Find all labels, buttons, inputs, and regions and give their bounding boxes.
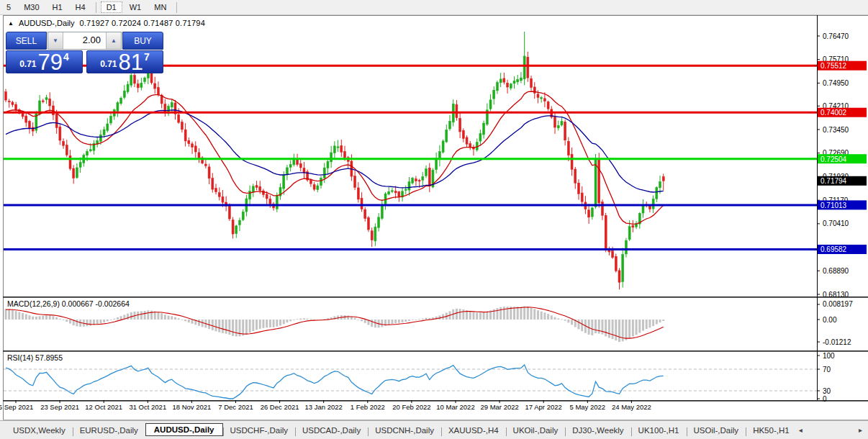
timeframe-m5[interactable]: 5 xyxy=(1,1,17,13)
svg-text:0.70410: 0.70410 xyxy=(823,220,849,227)
chart-title-row: ▲ AUDUSD-,Daily 0.71927 0.72024 0.71487 … xyxy=(8,19,205,27)
tab-usdchf-daily[interactable]: USDCHF-,Daily xyxy=(223,424,296,437)
svg-text:13 Jan 2022: 13 Jan 2022 xyxy=(305,403,343,411)
sell-quote-box[interactable]: 0.71 79 4 xyxy=(6,50,83,73)
tab-audusd-daily[interactable]: AUDUSD-,Daily xyxy=(145,423,223,436)
svg-text:0.72504: 0.72504 xyxy=(820,155,847,163)
svg-text:1 Feb 2022: 1 Feb 2022 xyxy=(351,403,385,411)
svg-text:0.73450: 0.73450 xyxy=(823,126,849,134)
svg-text:12 Oct 2021: 12 Oct 2021 xyxy=(85,403,122,411)
svg-text:100: 100 xyxy=(823,352,835,360)
svg-text:0.69582: 0.69582 xyxy=(820,245,847,253)
svg-text:26 Dec 2021: 26 Dec 2021 xyxy=(261,403,299,411)
svg-text:0.74002: 0.74002 xyxy=(820,109,847,117)
tab-usdx-weekly[interactable]: USDX,Weekly xyxy=(6,424,73,437)
sell-button[interactable]: SELL xyxy=(6,32,47,50)
tab-ukoil-daily[interactable]: UKOil-,Daily xyxy=(506,424,566,437)
tabs-scroll-left-icon[interactable]: ◂ xyxy=(797,426,805,434)
svg-text:5 Sep 2021: 5 Sep 2021 xyxy=(0,403,33,411)
svg-text:-0.01212: -0.01212 xyxy=(823,338,851,346)
rsi-indicator-label: RSI(14) 57.8955 xyxy=(7,353,63,362)
timeframe-h4[interactable]: H4 xyxy=(70,1,91,13)
tab-eurusd-daily[interactable]: EURUSD-,Daily xyxy=(73,424,145,437)
tab-usoil-daily[interactable]: USOil-,Daily xyxy=(687,424,746,437)
svg-text:10 Mar 2022: 10 Mar 2022 xyxy=(436,403,474,411)
sell-price-prefix: 0.71 xyxy=(19,59,36,69)
chart-ohlc-values: 0.71927 0.72024 0.71487 0.71794 xyxy=(80,19,205,27)
svg-text:0.71013: 0.71013 xyxy=(820,202,847,209)
svg-text:18 Nov 2021: 18 Nov 2021 xyxy=(172,403,211,411)
tabs-scroll-right-icon[interactable]: ▸ xyxy=(856,426,864,434)
volume-increase-icon[interactable]: ▲ xyxy=(106,32,121,49)
svg-text:0.68130: 0.68130 xyxy=(823,291,849,299)
svg-text:0.008197: 0.008197 xyxy=(823,300,853,308)
tab-usdcnh-daily[interactable]: USDCNH-,Daily xyxy=(368,424,441,437)
tab-hk50-h1[interactable]: HK50-,H1 xyxy=(746,424,797,437)
svg-text:0.68890: 0.68890 xyxy=(823,267,849,275)
timeframe-toolbar: 5 M30 H1 H4 D1 W1 MN xyxy=(0,0,868,15)
svg-text:0.71794: 0.71794 xyxy=(820,177,847,185)
one-click-trade-panel: SELL ▼ 2.00 ▲ BUY 0.71 79 4 0.71 81 7 xyxy=(6,32,163,73)
svg-text:0.74950: 0.74950 xyxy=(823,79,849,87)
timeframe-w1[interactable]: W1 xyxy=(124,1,148,13)
timeframe-h1[interactable]: H1 xyxy=(47,1,68,13)
volume-spinner: ▼ 2.00 ▲ xyxy=(48,32,122,50)
svg-text:7 Dec 2021: 7 Dec 2021 xyxy=(218,403,253,411)
svg-text:0.75512: 0.75512 xyxy=(820,62,847,70)
timeframe-m30[interactable]: M30 xyxy=(18,1,45,13)
toolbar-separator xyxy=(176,2,177,13)
timeframe-mn[interactable]: MN xyxy=(148,1,172,13)
chart-symbol-title: AUDUSD-,Daily xyxy=(19,19,75,27)
svg-text:23 Sep 2021: 23 Sep 2021 xyxy=(40,403,79,411)
svg-text:30: 30 xyxy=(823,387,831,395)
tab-xauusd-h4[interactable]: XAUUSD-,H4 xyxy=(441,424,506,437)
tab-usdcad-daily[interactable]: USDCAD-,Daily xyxy=(295,424,368,437)
buy-price-pipette: 7 xyxy=(144,51,150,63)
buy-price-big: 81 xyxy=(119,53,143,72)
svg-text:29 Mar 2022: 29 Mar 2022 xyxy=(480,403,518,411)
svg-text:20 Feb 2022: 20 Feb 2022 xyxy=(392,403,430,411)
panel-collapse-icon[interactable]: ▲ xyxy=(8,19,14,27)
symbol-tabbar: USDX,Weekly EURUSD-,Daily AUDUSD-,Daily … xyxy=(0,420,868,439)
svg-text:31 Oct 2021: 31 Oct 2021 xyxy=(129,403,166,411)
svg-text:24 May 2022: 24 May 2022 xyxy=(612,403,651,411)
svg-text:70: 70 xyxy=(823,366,831,374)
svg-text:0.00: 0.00 xyxy=(823,316,837,324)
volume-input[interactable]: 2.00 xyxy=(63,32,106,49)
toolbar-separator xyxy=(96,2,96,13)
svg-text:0.76470: 0.76470 xyxy=(823,32,849,40)
sell-price-pipette: 4 xyxy=(63,51,69,63)
svg-text:5 May 2022: 5 May 2022 xyxy=(569,403,605,411)
timeframe-d1[interactable]: D1 xyxy=(101,1,122,13)
sell-price-big: 79 xyxy=(38,53,63,72)
svg-text:0: 0 xyxy=(823,395,827,403)
buy-button[interactable]: BUY xyxy=(122,32,163,50)
macd-indicator-label: MACD(12,26,9) 0.000667 -0.002664 xyxy=(7,299,130,308)
tab-dj30-weekly[interactable]: DJ30-,Weekly xyxy=(565,424,630,437)
volume-decrease-icon[interactable]: ▼ xyxy=(48,32,63,49)
svg-text:17 Apr 2022: 17 Apr 2022 xyxy=(525,403,562,411)
buy-quote-box[interactable]: 0.71 81 7 xyxy=(86,50,163,73)
buy-price-prefix: 0.71 xyxy=(100,59,117,69)
tab-uk100-h1[interactable]: UK100-,H1 xyxy=(631,424,687,437)
